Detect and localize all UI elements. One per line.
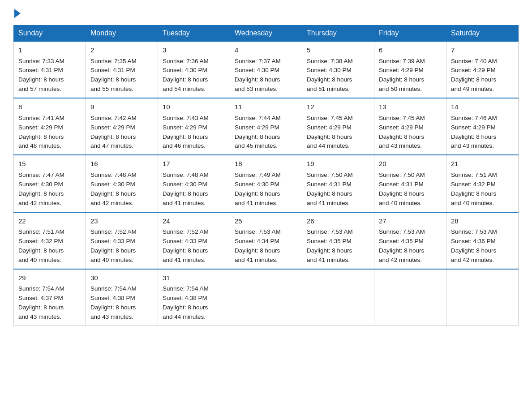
day-number: 25 (235, 216, 297, 227)
day-info: Sunrise: 7:53 AMSunset: 4:34 PMDaylight:… (235, 228, 281, 263)
logo-triangle-icon (14, 9, 21, 18)
day-info: Sunrise: 7:53 AMSunset: 4:35 PMDaylight:… (379, 228, 425, 263)
calendar-cell: 3Sunrise: 7:36 AMSunset: 4:30 PMDaylight… (158, 41, 230, 98)
day-info: Sunrise: 7:43 AMSunset: 4:29 PMDaylight:… (163, 115, 209, 150)
logo-text (13, 9, 21, 18)
day-number: 17 (163, 159, 225, 169)
day-number: 5 (307, 45, 369, 56)
calendar-cell: 11Sunrise: 7:44 AMSunset: 4:29 PMDayligh… (230, 98, 302, 155)
day-info: Sunrise: 7:44 AMSunset: 4:29 PMDaylight:… (235, 115, 281, 150)
day-number: 8 (18, 102, 81, 112)
calendar-cell: 17Sunrise: 7:48 AMSunset: 4:30 PMDayligh… (158, 155, 230, 212)
calendar-cell: 20Sunrise: 7:50 AMSunset: 4:31 PMDayligh… (374, 155, 446, 212)
day-number: 21 (451, 159, 514, 169)
col-header-tuesday: Tuesday (158, 26, 230, 42)
day-number: 6 (379, 45, 442, 56)
calendar-cell: 9Sunrise: 7:42 AMSunset: 4:29 PMDaylight… (86, 98, 158, 155)
calendar-cell: 27Sunrise: 7:53 AMSunset: 4:35 PMDayligh… (374, 212, 446, 269)
day-info: Sunrise: 7:53 AMSunset: 4:36 PMDaylight:… (451, 228, 497, 263)
calendar-cell: 22Sunrise: 7:51 AMSunset: 4:32 PMDayligh… (14, 212, 86, 269)
day-info: Sunrise: 7:45 AMSunset: 4:29 PMDaylight:… (379, 115, 425, 150)
day-number: 22 (18, 216, 81, 227)
day-number: 19 (307, 159, 369, 169)
day-info: Sunrise: 7:38 AMSunset: 4:30 PMDaylight:… (307, 58, 353, 93)
day-info: Sunrise: 7:40 AMSunset: 4:29 PMDaylight:… (451, 58, 497, 93)
day-info: Sunrise: 7:39 AMSunset: 4:29 PMDaylight:… (379, 58, 425, 93)
day-number: 4 (235, 45, 297, 56)
col-header-thursday: Thursday (302, 26, 374, 42)
calendar-cell (374, 269, 446, 326)
calendar-cell: 16Sunrise: 7:48 AMSunset: 4:30 PMDayligh… (86, 155, 158, 212)
calendar-cell: 28Sunrise: 7:53 AMSunset: 4:36 PMDayligh… (446, 212, 519, 269)
calendar-cell: 8Sunrise: 7:41 AMSunset: 4:29 PMDaylight… (14, 98, 86, 155)
calendar-cell: 2Sunrise: 7:35 AMSunset: 4:31 PMDaylight… (86, 41, 158, 98)
calendar-cell: 7Sunrise: 7:40 AMSunset: 4:29 PMDaylight… (446, 41, 519, 98)
calendar-week-row: 22Sunrise: 7:51 AMSunset: 4:32 PMDayligh… (14, 212, 519, 269)
day-info: Sunrise: 7:53 AMSunset: 4:35 PMDaylight:… (307, 228, 353, 263)
day-info: Sunrise: 7:54 AMSunset: 4:38 PMDaylight:… (90, 285, 137, 320)
day-number: 11 (235, 102, 297, 112)
col-header-sunday: Sunday (14, 26, 86, 42)
day-info: Sunrise: 7:52 AMSunset: 4:33 PMDaylight:… (163, 228, 209, 263)
day-number: 1 (18, 45, 81, 56)
calendar-cell: 18Sunrise: 7:49 AMSunset: 4:30 PMDayligh… (230, 155, 302, 212)
day-number: 18 (235, 159, 297, 169)
day-number: 15 (18, 159, 81, 169)
calendar-cell: 13Sunrise: 7:45 AMSunset: 4:29 PMDayligh… (374, 98, 446, 155)
calendar-cell: 4Sunrise: 7:37 AMSunset: 4:30 PMDaylight… (230, 41, 302, 98)
page-header (13, 9, 519, 18)
day-number: 12 (307, 102, 369, 112)
day-number: 3 (163, 45, 225, 56)
day-info: Sunrise: 7:47 AMSunset: 4:30 PMDaylight:… (18, 171, 64, 206)
day-number: 29 (18, 273, 81, 283)
calendar-cell: 25Sunrise: 7:53 AMSunset: 4:34 PMDayligh… (230, 212, 302, 269)
calendar-cell: 31Sunrise: 7:54 AMSunset: 4:38 PMDayligh… (158, 269, 230, 326)
day-info: Sunrise: 7:49 AMSunset: 4:30 PMDaylight:… (235, 171, 281, 206)
calendar-week-row: 8Sunrise: 7:41 AMSunset: 4:29 PMDaylight… (14, 98, 519, 155)
calendar-cell (302, 269, 374, 326)
calendar-cell: 10Sunrise: 7:43 AMSunset: 4:29 PMDayligh… (158, 98, 230, 155)
calendar-week-row: 1Sunrise: 7:33 AMSunset: 4:31 PMDaylight… (14, 41, 519, 98)
calendar-cell: 21Sunrise: 7:51 AMSunset: 4:32 PMDayligh… (446, 155, 519, 212)
calendar-cell: 6Sunrise: 7:39 AMSunset: 4:29 PMDaylight… (374, 41, 446, 98)
col-header-monday: Monday (86, 26, 158, 42)
calendar-cell (230, 269, 302, 326)
calendar-cell: 1Sunrise: 7:33 AMSunset: 4:31 PMDaylight… (14, 41, 86, 98)
col-header-friday: Friday (374, 26, 446, 42)
calendar-cell (446, 269, 519, 326)
day-number: 20 (379, 159, 442, 169)
calendar-cell: 19Sunrise: 7:50 AMSunset: 4:31 PMDayligh… (302, 155, 374, 212)
calendar-cell: 24Sunrise: 7:52 AMSunset: 4:33 PMDayligh… (158, 212, 230, 269)
calendar-cell: 26Sunrise: 7:53 AMSunset: 4:35 PMDayligh… (302, 212, 374, 269)
day-number: 16 (90, 159, 153, 169)
day-info: Sunrise: 7:50 AMSunset: 4:31 PMDaylight:… (379, 171, 425, 206)
calendar-cell: 12Sunrise: 7:45 AMSunset: 4:29 PMDayligh… (302, 98, 374, 155)
day-number: 30 (90, 273, 153, 283)
day-number: 7 (451, 45, 514, 56)
day-info: Sunrise: 7:37 AMSunset: 4:30 PMDaylight:… (235, 58, 281, 93)
day-number: 14 (451, 102, 514, 112)
day-number: 31 (163, 273, 225, 283)
calendar-cell: 15Sunrise: 7:47 AMSunset: 4:30 PMDayligh… (14, 155, 86, 212)
day-number: 24 (163, 216, 225, 227)
day-info: Sunrise: 7:54 AMSunset: 4:38 PMDaylight:… (163, 285, 209, 320)
day-info: Sunrise: 7:35 AMSunset: 4:31 PMDaylight:… (90, 58, 137, 93)
day-number: 26 (307, 216, 369, 227)
day-info: Sunrise: 7:45 AMSunset: 4:29 PMDaylight:… (307, 115, 353, 150)
day-number: 2 (90, 45, 153, 56)
day-info: Sunrise: 7:54 AMSunset: 4:37 PMDaylight:… (18, 285, 64, 320)
calendar-week-row: 29Sunrise: 7:54 AMSunset: 4:37 PMDayligh… (14, 269, 519, 326)
logo (13, 9, 21, 18)
day-info: Sunrise: 7:46 AMSunset: 4:29 PMDaylight:… (451, 115, 497, 150)
day-info: Sunrise: 7:50 AMSunset: 4:31 PMDaylight:… (307, 171, 353, 206)
day-info: Sunrise: 7:52 AMSunset: 4:33 PMDaylight:… (90, 228, 137, 263)
day-info: Sunrise: 7:36 AMSunset: 4:30 PMDaylight:… (163, 58, 209, 93)
day-number: 28 (451, 216, 514, 227)
calendar-table: SundayMondayTuesdayWednesdayThursdayFrid… (13, 25, 519, 326)
calendar-header-row: SundayMondayTuesdayWednesdayThursdayFrid… (14, 26, 519, 42)
day-number: 10 (163, 102, 225, 112)
col-header-saturday: Saturday (446, 26, 519, 42)
day-info: Sunrise: 7:48 AMSunset: 4:30 PMDaylight:… (90, 171, 137, 206)
day-number: 13 (379, 102, 442, 112)
calendar-cell: 14Sunrise: 7:46 AMSunset: 4:29 PMDayligh… (446, 98, 519, 155)
